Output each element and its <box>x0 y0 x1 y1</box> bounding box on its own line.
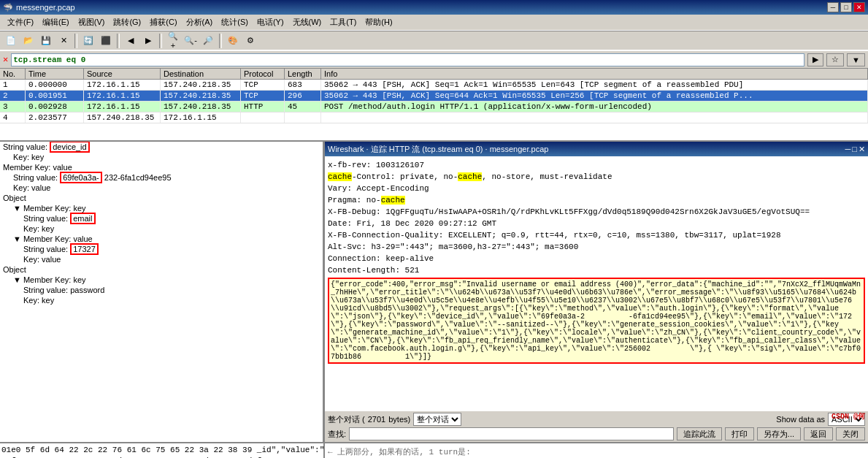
tree-item[interactable]: ▼ Member Key: value <box>0 234 323 244</box>
col-time[interactable]: Time <box>26 69 84 79</box>
tree-item[interactable]: String value: 69fe0a3a- 232-6fa1cd94ee95 <box>0 172 323 183</box>
packet-row[interactable]: 2 0.001951 172.16.1.15 157.240.218.35 TC… <box>0 91 868 102</box>
http-header-line: Pragma: no-cache <box>328 194 865 206</box>
http-header-line: cache-Control: private, no-cache, no-sto… <box>328 171 865 183</box>
print-button[interactable]: 打印 <box>725 427 754 440</box>
tree-item[interactable]: ▼ Member Key: key <box>0 203 323 213</box>
csdn-watermark: CSDN @何 <box>831 411 865 421</box>
http-follow-controls: ─ □ ✕ <box>845 145 865 154</box>
tree-item[interactable]: Member Key: value <box>0 162 323 172</box>
toolbar: 📄 📂 💾 ✕ 🔄 ⬛ ◀ ▶ 🔍+ 🔍- 🔎 🎨 ⚙ <box>0 31 868 51</box>
http-header-line: X-FB-Connection-Quality: EXCELLENT; q=0.… <box>328 229 865 241</box>
menu-wireless[interactable]: 无线(W) <box>288 15 326 29</box>
save-as-button[interactable]: 另存为... <box>757 427 801 440</box>
search-label: 查找: <box>328 429 346 440</box>
packet-rows: 1 0.000000 172.16.1.15 157.240.218.35 TC… <box>0 80 868 123</box>
http-header-line: Content-Length: 521 <box>328 264 865 276</box>
hex-line: 01e0 5f 6d 64 22 2c 22 76 61 6c 75 65 22… <box>1 445 322 456</box>
http-content-area: x-fb-rev: 1003126107cache-Control: priva… <box>325 156 868 411</box>
hex-note: ← 上两部分, 如果有的话, 1 turn是: <box>326 445 867 458</box>
toolbar-zoom-in[interactable]: 🔍+ <box>165 33 181 49</box>
menu-file[interactable]: 文件(F) <box>3 15 38 29</box>
http-header-line: Connection: keep-alive <box>328 253 865 264</box>
http-bottom-controls: 整个对话 ( 2701 bytes) 整个对话 Show data as ASC… <box>325 411 868 442</box>
menu-analyze[interactable]: 分析(A) <box>182 15 218 29</box>
filter-input[interactable] <box>11 53 804 66</box>
packet-row[interactable]: 1 0.000000 172.16.1.15 157.240.218.35 TC… <box>0 80 868 91</box>
filter-close-icon[interactable]: ✕ <box>3 54 8 65</box>
hex-left-panel: 01e0 5f 6d 64 22 2c 22 76 61 6c 75 65 22… <box>0 443 325 458</box>
http-header-line: X-FB-Debug: 1QgFFguqTu/HsIwAAPA+OSR1h/Q/… <box>328 206 865 218</box>
tree-item[interactable]: String value: 17327 <box>0 244 323 254</box>
stream-size-unit: bytes) <box>388 415 410 424</box>
toolbar-zoom-reset[interactable]: 🔎 <box>200 33 216 49</box>
packet-list-header: No. Time Source Destination Protocol Len… <box>0 69 868 80</box>
toolbar-open[interactable]: 📂 <box>20 33 37 49</box>
toolbar-color[interactable]: 🎨 <box>225 33 241 49</box>
tree-item[interactable]: Key: value <box>0 183 323 193</box>
tree-item[interactable]: String value: password <box>0 285 323 295</box>
tree-item[interactable]: Key: key <box>0 152 323 162</box>
tree-item[interactable]: Object <box>0 264 323 275</box>
minimize-button[interactable]: ─ <box>827 2 839 12</box>
filter-apply-button[interactable]: ▶ <box>807 53 823 66</box>
menu-help[interactable]: 帮助(H) <box>361 15 396 29</box>
tree-item[interactable]: ▼ Member Key: key <box>0 275 323 285</box>
close-button[interactable]: ✕ <box>853 2 865 12</box>
http-search-input[interactable] <box>349 427 674 440</box>
toolbar-forward[interactable]: ▶ <box>140 33 156 49</box>
menu-stats[interactable]: 统计(S) <box>217 15 253 29</box>
menu-tools[interactable]: 工具(T) <box>326 15 361 29</box>
toolbar-new[interactable]: 📄 <box>3 33 19 49</box>
http-follow-maximize[interactable]: □ <box>852 145 857 154</box>
toolbar-close[interactable]: ✕ <box>55 33 72 49</box>
col-no[interactable]: No. <box>0 69 26 79</box>
app-icon: 🦈 <box>3 3 13 12</box>
menu-view[interactable]: 视图(V) <box>74 15 110 29</box>
menu-edit[interactable]: 编辑(E) <box>38 15 74 29</box>
toolbar-back[interactable]: ◀ <box>123 33 139 49</box>
stream-select[interactable]: 整个对话 <box>413 413 461 426</box>
col-length[interactable]: Length <box>285 69 321 79</box>
toolbar-prefs[interactable]: ⚙ <box>242 33 258 49</box>
window-title: messenger.pcap <box>16 3 75 12</box>
toolbar-stop[interactable]: ⬛ <box>98 33 114 49</box>
hex-right-panel: ← 上两部分, 如果有的话, 1 turn是: <box>325 443 868 458</box>
tree-item[interactable]: Key: value <box>0 254 323 264</box>
toolbar-reload[interactable]: 🔄 <box>80 33 96 49</box>
menu-capture[interactable]: 捕获(C) <box>145 15 181 29</box>
http-close-button[interactable]: 关闭 <box>836 427 865 440</box>
col-destination[interactable]: Destination <box>161 69 241 79</box>
toolbar-zoom-out[interactable]: 🔍- <box>183 33 199 49</box>
http-header-line: Vary: Accept-Encoding <box>328 183 865 194</box>
maximize-button[interactable]: □ <box>840 2 852 12</box>
col-source[interactable]: Source <box>84 69 161 79</box>
http-json-body: {"error_code":400,"error_msg":"Invalid u… <box>328 278 865 364</box>
filter-bar: ✕ ▶ ☆ ▼ <box>0 51 868 69</box>
filter-bookmark[interactable]: ☆ <box>826 53 844 66</box>
stream-size-value: 2701 <box>368 415 385 424</box>
http-follow-minimize[interactable]: ─ <box>845 145 851 154</box>
col-protocol[interactable]: Protocol <box>241 69 285 79</box>
main-area: String value: device_idKey: keyMember Ke… <box>0 142 868 442</box>
tree-item[interactable]: String value: device_id <box>0 142 323 152</box>
tree-item[interactable]: Key: key <box>0 295 323 305</box>
menu-phone[interactable]: 电话(Y) <box>253 15 288 29</box>
http-follow-close[interactable]: ✕ <box>859 145 865 154</box>
filter-dropdown[interactable]: ▼ <box>847 53 865 66</box>
left-panel: String value: device_idKey: keyMember Ke… <box>0 142 325 442</box>
stream-size-label: 整个对话 ( <box>328 414 365 425</box>
col-info[interactable]: Info <box>321 69 868 79</box>
packet-row[interactable]: 4 2.023577 157.240.218.35 172.16.1.15 <box>0 112 868 123</box>
toolbar-save[interactable]: 💾 <box>38 33 54 49</box>
http-headers: x-fb-rev: 1003126107cache-Control: priva… <box>328 159 865 276</box>
tree-item[interactable]: Key: key <box>0 224 323 234</box>
tree-item[interactable]: String value: email <box>0 213 323 224</box>
follow-stream-button[interactable]: 追踪此流 <box>677 427 722 440</box>
back-button[interactable]: 返回 <box>804 427 833 440</box>
tree-item[interactable]: Object <box>0 193 323 203</box>
toolbar-sep2 <box>117 34 120 48</box>
packet-row[interactable]: 3 0.002928 172.16.1.15 157.240.218.35 HT… <box>0 102 868 112</box>
http-header-line: Date: Fri, 18 Dec 2020 09:27:12 GMT <box>328 218 865 229</box>
menu-jump[interactable]: 跳转(G) <box>109 15 145 29</box>
